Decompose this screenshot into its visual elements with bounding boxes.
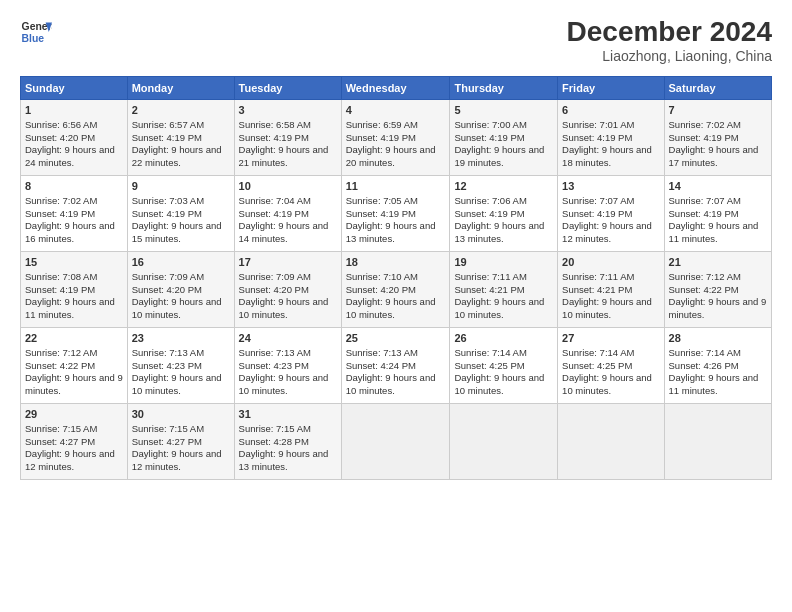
sunrise-text: Sunrise: 7:04 AM: [239, 195, 311, 206]
day-number: 29: [25, 407, 123, 422]
daylight-text: Daylight: 9 hours and 10 minutes.: [132, 372, 222, 396]
daylight-text: Daylight: 9 hours and 10 minutes.: [562, 296, 652, 320]
day-cell: [450, 404, 558, 480]
sunset-text: Sunset: 4:19 PM: [25, 284, 95, 295]
day-cell: [664, 404, 771, 480]
daylight-text: Daylight: 9 hours and 12 minutes.: [562, 220, 652, 244]
day-number: 8: [25, 179, 123, 194]
sunset-text: Sunset: 4:19 PM: [132, 132, 202, 143]
sunset-text: Sunset: 4:21 PM: [562, 284, 632, 295]
day-cell: 30Sunrise: 7:15 AMSunset: 4:27 PMDayligh…: [127, 404, 234, 480]
day-cell: 31Sunrise: 7:15 AMSunset: 4:28 PMDayligh…: [234, 404, 341, 480]
calendar-body: 1Sunrise: 6:56 AMSunset: 4:20 PMDaylight…: [21, 100, 772, 480]
sunrise-text: Sunrise: 7:09 AM: [132, 271, 204, 282]
daylight-text: Daylight: 9 hours and 12 minutes.: [132, 448, 222, 472]
day-cell: 4Sunrise: 6:59 AMSunset: 4:19 PMDaylight…: [341, 100, 450, 176]
sunset-text: Sunset: 4:21 PM: [454, 284, 524, 295]
day-number: 20: [562, 255, 659, 270]
sunrise-text: Sunrise: 6:57 AM: [132, 119, 204, 130]
sunset-text: Sunset: 4:19 PM: [239, 208, 309, 219]
sunrise-text: Sunrise: 7:01 AM: [562, 119, 634, 130]
daylight-text: Daylight: 9 hours and 10 minutes.: [346, 372, 436, 396]
day-cell: 6Sunrise: 7:01 AMSunset: 4:19 PMDaylight…: [558, 100, 664, 176]
subtitle: Liaozhong, Liaoning, China: [567, 48, 772, 64]
daylight-text: Daylight: 9 hours and 9 minutes.: [669, 296, 767, 320]
sunset-text: Sunset: 4:19 PM: [454, 132, 524, 143]
daylight-text: Daylight: 9 hours and 10 minutes.: [454, 296, 544, 320]
day-cell: 22Sunrise: 7:12 AMSunset: 4:22 PMDayligh…: [21, 328, 128, 404]
daylight-text: Daylight: 9 hours and 9 minutes.: [25, 372, 123, 396]
sunrise-text: Sunrise: 7:11 AM: [562, 271, 634, 282]
sunrise-text: Sunrise: 7:13 AM: [346, 347, 418, 358]
dow-header-wednesday: Wednesday: [341, 77, 450, 100]
daylight-text: Daylight: 9 hours and 10 minutes.: [346, 296, 436, 320]
day-cell: 16Sunrise: 7:09 AMSunset: 4:20 PMDayligh…: [127, 252, 234, 328]
sunset-text: Sunset: 4:23 PM: [132, 360, 202, 371]
day-cell: 11Sunrise: 7:05 AMSunset: 4:19 PMDayligh…: [341, 176, 450, 252]
sunrise-text: Sunrise: 7:02 AM: [669, 119, 741, 130]
daylight-text: Daylight: 9 hours and 13 minutes.: [346, 220, 436, 244]
daylight-text: Daylight: 9 hours and 10 minutes.: [562, 372, 652, 396]
sunrise-text: Sunrise: 6:56 AM: [25, 119, 97, 130]
day-cell: 24Sunrise: 7:13 AMSunset: 4:23 PMDayligh…: [234, 328, 341, 404]
daylight-text: Daylight: 9 hours and 10 minutes.: [239, 296, 329, 320]
dow-header-monday: Monday: [127, 77, 234, 100]
daylight-text: Daylight: 9 hours and 11 minutes.: [669, 372, 759, 396]
sunrise-text: Sunrise: 7:15 AM: [132, 423, 204, 434]
sunset-text: Sunset: 4:19 PM: [346, 208, 416, 219]
sunrise-text: Sunrise: 7:07 AM: [669, 195, 741, 206]
day-number: 31: [239, 407, 337, 422]
sunset-text: Sunset: 4:19 PM: [346, 132, 416, 143]
daylight-text: Daylight: 9 hours and 17 minutes.: [669, 144, 759, 168]
daylight-text: Daylight: 9 hours and 16 minutes.: [25, 220, 115, 244]
day-number: 1: [25, 103, 123, 118]
sunset-text: Sunset: 4:28 PM: [239, 436, 309, 447]
day-cell: 18Sunrise: 7:10 AMSunset: 4:20 PMDayligh…: [341, 252, 450, 328]
sunset-text: Sunset: 4:24 PM: [346, 360, 416, 371]
sunrise-text: Sunrise: 7:09 AM: [239, 271, 311, 282]
sunset-text: Sunset: 4:19 PM: [562, 132, 632, 143]
sunset-text: Sunset: 4:19 PM: [669, 132, 739, 143]
svg-text:Blue: Blue: [22, 33, 45, 44]
page: General Blue December 2024 Liaozhong, Li…: [0, 0, 792, 612]
day-cell: 3Sunrise: 6:58 AMSunset: 4:19 PMDaylight…: [234, 100, 341, 176]
day-number: 22: [25, 331, 123, 346]
sunrise-text: Sunrise: 7:10 AM: [346, 271, 418, 282]
sunrise-text: Sunrise: 7:06 AM: [454, 195, 526, 206]
sunset-text: Sunset: 4:23 PM: [239, 360, 309, 371]
day-cell: 17Sunrise: 7:09 AMSunset: 4:20 PMDayligh…: [234, 252, 341, 328]
day-cell: 29Sunrise: 7:15 AMSunset: 4:27 PMDayligh…: [21, 404, 128, 480]
daylight-text: Daylight: 9 hours and 22 minutes.: [132, 144, 222, 168]
daylight-text: Daylight: 9 hours and 13 minutes.: [454, 220, 544, 244]
day-number: 27: [562, 331, 659, 346]
sunrise-text: Sunrise: 7:02 AM: [25, 195, 97, 206]
sunset-text: Sunset: 4:19 PM: [239, 132, 309, 143]
header: General Blue December 2024 Liaozhong, Li…: [20, 16, 772, 64]
daylight-text: Daylight: 9 hours and 11 minutes.: [25, 296, 115, 320]
sunrise-text: Sunrise: 7:14 AM: [669, 347, 741, 358]
main-title: December 2024: [567, 16, 772, 48]
day-cell: 2Sunrise: 6:57 AMSunset: 4:19 PMDaylight…: [127, 100, 234, 176]
sunset-text: Sunset: 4:20 PM: [25, 132, 95, 143]
day-number: 28: [669, 331, 767, 346]
day-number: 2: [132, 103, 230, 118]
day-cell: [558, 404, 664, 480]
day-cell: 13Sunrise: 7:07 AMSunset: 4:19 PMDayligh…: [558, 176, 664, 252]
daylight-text: Daylight: 9 hours and 11 minutes.: [669, 220, 759, 244]
day-number: 19: [454, 255, 553, 270]
title-block: December 2024 Liaozhong, Liaoning, China: [567, 16, 772, 64]
day-cell: 1Sunrise: 6:56 AMSunset: 4:20 PMDaylight…: [21, 100, 128, 176]
dow-header-thursday: Thursday: [450, 77, 558, 100]
dow-header-sunday: Sunday: [21, 77, 128, 100]
sunset-text: Sunset: 4:26 PM: [669, 360, 739, 371]
dow-header-tuesday: Tuesday: [234, 77, 341, 100]
day-cell: 25Sunrise: 7:13 AMSunset: 4:24 PMDayligh…: [341, 328, 450, 404]
week-row-2: 8Sunrise: 7:02 AMSunset: 4:19 PMDaylight…: [21, 176, 772, 252]
sunrise-text: Sunrise: 7:05 AM: [346, 195, 418, 206]
logo: General Blue: [20, 16, 52, 48]
sunset-text: Sunset: 4:20 PM: [346, 284, 416, 295]
day-number: 12: [454, 179, 553, 194]
sunrise-text: Sunrise: 7:13 AM: [132, 347, 204, 358]
day-number: 15: [25, 255, 123, 270]
day-cell: 15Sunrise: 7:08 AMSunset: 4:19 PMDayligh…: [21, 252, 128, 328]
